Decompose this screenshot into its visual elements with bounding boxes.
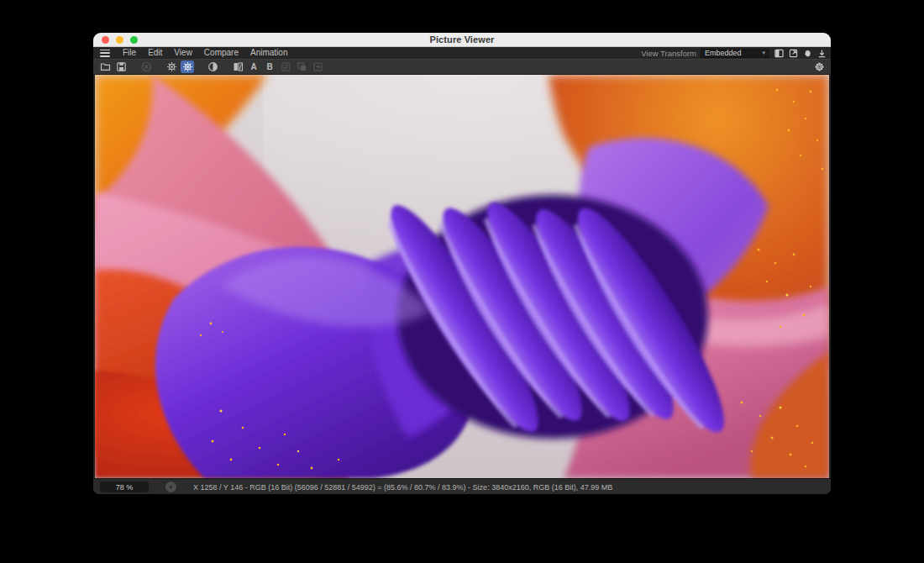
status-bar: 78 % ▾ X 1258 / Y 146 - RGB (16 Bit) (56… [93,478,831,494]
swap-ab-icon [279,61,292,73]
contrast-icon[interactable] [206,61,219,73]
menu-edit[interactable]: Edit [142,47,168,59]
download-icon[interactable] [816,48,827,58]
menu-view[interactable]: View [168,47,198,59]
picture-viewer-window: Picture Viewer File Edit View Compare An… [93,33,831,494]
open-file-button[interactable] [98,61,112,73]
compare-b-button[interactable]: B [263,61,276,73]
window-title: Picture Viewer [93,34,831,45]
tool-bar: A B [93,59,831,75]
chevron-down-icon: ▾ [762,50,765,56]
open-in-new-window-icon[interactable] [788,48,798,58]
view-transform-label: View Transform [641,49,696,58]
zoom-dropdown-button[interactable]: ▾ [165,481,176,492]
menu-bar: File Edit View Compare Animation View Tr… [93,47,831,59]
menu-animation[interactable]: Animation [244,47,293,59]
copy-image-icon [295,61,308,73]
viewer-settings-gear-icon[interactable] [812,61,826,73]
compare-a-button[interactable]: A [247,61,260,73]
hardware-render-gear-icon[interactable] [181,61,194,73]
hamburger-menu-icon[interactable] [100,50,110,57]
view-transform-value: Embedded [705,49,742,57]
pan-hand-icon[interactable] [802,48,812,58]
stop-render-button [139,61,153,73]
rendered-image [95,75,829,478]
view-transform-select[interactable]: Embedded ▾ [701,49,769,58]
image-canvas[interactable] [95,75,829,478]
compare-side-by-side-icon[interactable] [231,61,244,73]
split-view-icon[interactable] [774,48,784,58]
render-settings-gear-icon[interactable] [165,61,178,73]
pixel-info-text: X 1258 / Y 146 - RGB (16 Bit) (56096 / 5… [193,483,612,492]
zoom-level-field[interactable]: 78 % [100,481,149,492]
menu-file[interactable]: File [117,47,142,59]
save-file-button[interactable] [114,61,128,73]
export-image-icon [311,61,324,73]
title-bar: Picture Viewer [93,33,831,47]
menu-compare[interactable]: Compare [198,47,244,59]
chevron-down-icon: ▾ [170,484,173,491]
